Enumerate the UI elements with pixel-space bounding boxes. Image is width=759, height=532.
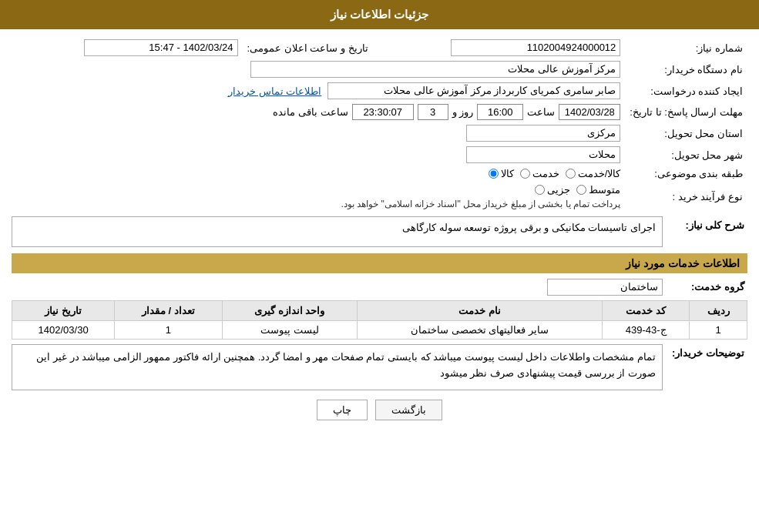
cell-service-code: ج-43-439 bbox=[603, 321, 690, 340]
col-date: تاریخ نیاز bbox=[12, 301, 115, 321]
cell-service-name: سایر فعالیتهای تخصصی ساختمان bbox=[358, 321, 603, 340]
col-unit: واحد اندازه گیری bbox=[222, 301, 358, 321]
category-khidmat-radio[interactable] bbox=[520, 169, 530, 179]
buyer-notes-label: توضیحات خریدار: bbox=[663, 344, 747, 362]
deadline-days-box: 3 bbox=[418, 104, 448, 120]
col-quantity: تعداد / مقدار bbox=[115, 301, 222, 321]
buttons-row: بازگشت چاپ bbox=[12, 400, 747, 420]
category-khidmat[interactable]: خدمت bbox=[520, 168, 559, 179]
col-row-num: ردیف bbox=[690, 301, 747, 321]
purchase-type-juzii-radio[interactable] bbox=[535, 185, 545, 195]
description-value-wrapper: اجرای تاسیسات مکانیکی و برقی پروژه توسعه… bbox=[12, 216, 663, 247]
category-kala-khidmat[interactable]: کالا/خدمت bbox=[566, 168, 621, 179]
purchase-type-label: نوع فرآیند خرید : bbox=[625, 182, 747, 212]
buyer-notes-row: توضیحات خریدار: تمام مشخصات واطلاعات داخ… bbox=[12, 344, 747, 390]
deadline-label: مهلت ارسال پاسخ: تا تاریخ: bbox=[625, 102, 747, 122]
services-table: ردیف کد خدمت نام خدمت واحد اندازه گیری ت… bbox=[12, 300, 747, 340]
deadline-remaining-box: 23:30:07 bbox=[352, 104, 414, 120]
deadline-day-label: روز و bbox=[452, 106, 474, 118]
services-table-body: 1 ج-43-439 سایر فعالیتهای تخصصی ساختمان … bbox=[12, 321, 747, 340]
back-button[interactable]: بازگشت bbox=[375, 400, 442, 420]
description-label: شرح کلی نیاز: bbox=[663, 216, 747, 234]
row-city: شهر محل تحویل: محلات bbox=[12, 144, 747, 166]
row-purchase-type: نوع فرآیند خرید : متوسط جزیی bbox=[12, 182, 747, 212]
category-kala-label: کالا bbox=[501, 168, 514, 179]
category-label: طبقه بندی موضوعی: bbox=[625, 166, 747, 182]
services-table-header-row: ردیف کد خدمت نام خدمت واحد اندازه گیری ت… bbox=[12, 301, 747, 321]
category-radio-group: کالا/خدمت خدمت کالا bbox=[16, 168, 620, 179]
category-options: کالا/خدمت خدمت کالا bbox=[12, 166, 625, 182]
description-box: اجرای تاسیسات مکانیکی و برقی پروژه توسعه… bbox=[12, 216, 663, 247]
deadline-time-box: 16:00 bbox=[477, 104, 523, 120]
row-province: استان محل تحویل: مرکزی bbox=[12, 122, 747, 144]
cell-row-num: 1 bbox=[690, 321, 747, 340]
page-header: جزئیات اطلاعات نیاز bbox=[0, 0, 759, 29]
services-section-title: اطلاعات خدمات مورد نیاز bbox=[12, 253, 747, 273]
purchase-type-mutawasit-radio[interactable] bbox=[576, 185, 586, 195]
purchase-type-juzii-label: جزیی bbox=[547, 184, 570, 196]
content-area: شماره نیاز: 1102004924000012 تاریخ و ساع… bbox=[0, 29, 759, 434]
buyer-notes-text: تمام مشخصات واطلاعات داخل لیست پیوست میب… bbox=[36, 351, 656, 379]
description-row: شرح کلی نیاز: اجرای تاسیسات مکانیکی و بر… bbox=[12, 216, 747, 247]
deadline-date-box: 1402/03/28 bbox=[559, 104, 620, 120]
purchase-type-radio-group: متوسط جزیی bbox=[535, 184, 620, 196]
city-label: شهر محل تحویل: bbox=[625, 144, 747, 166]
row-need-number: شماره نیاز: 1102004924000012 تاریخ و ساع… bbox=[12, 37, 747, 59]
creator-value: صابر سامری کمریای کاربرداز مرکز آموزش عا… bbox=[12, 80, 625, 102]
announce-date-box: 1402/03/24 - 15:47 bbox=[84, 39, 238, 56]
page-wrapper: جزئیات اطلاعات نیاز شماره نیاز: 11020049… bbox=[0, 0, 759, 532]
row-deadline: مهلت ارسال پاسخ: تا تاریخ: 1402/03/28 سا… bbox=[12, 102, 747, 122]
city-value: محلات bbox=[12, 144, 625, 166]
cell-unit: لیست پیوست bbox=[222, 321, 358, 340]
buyer-org-label: نام دستگاه خریدار: bbox=[625, 59, 747, 80]
service-group-row: گروه خدمت: ساختمان bbox=[12, 278, 747, 296]
city-box: محلات bbox=[466, 146, 620, 163]
table-row: 1 ج-43-439 سایر فعالیتهای تخصصی ساختمان … bbox=[12, 321, 747, 340]
creator-link[interactable]: اطلاعات تماس خریدار bbox=[228, 85, 321, 97]
purchase-type-note: پرداخت تمام یا بخشی از مبلغ خریداز محل "… bbox=[341, 199, 620, 209]
row-category: طبقه بندی موضوعی: کالا/خدمت خدمت کالا bbox=[12, 166, 747, 182]
print-button[interactable]: چاپ bbox=[317, 400, 368, 420]
row-buyer-org: نام دستگاه خریدار: مرکز آموزش عالی محلات bbox=[12, 59, 747, 80]
header-title: جزئیات اطلاعات نیاز bbox=[331, 8, 428, 21]
deadline-remaining-label: ساعت باقی مانده bbox=[273, 106, 348, 118]
province-label: استان محل تحویل: bbox=[625, 122, 747, 144]
services-table-head: ردیف کد خدمت نام خدمت واحد اندازه گیری ت… bbox=[12, 301, 747, 321]
purchase-type-options: متوسط جزیی پرداخت تمام یا بخشی از مبلغ خ… bbox=[12, 182, 625, 212]
creator-box: صابر سامری کمریای کاربرداز مرکز آموزش عا… bbox=[327, 82, 620, 99]
service-group-label: گروه خدمت: bbox=[663, 278, 747, 296]
service-group-value-wrapper: ساختمان bbox=[547, 279, 663, 296]
service-group-box: ساختمان bbox=[547, 279, 663, 296]
category-kala-radio[interactable] bbox=[489, 169, 499, 179]
announce-date-label: تاریخ و ساعت اعلان عمومی: bbox=[243, 37, 373, 59]
category-kala-khidmat-label: کالا/خدمت bbox=[578, 168, 621, 179]
cell-date: 1402/03/30 bbox=[12, 321, 115, 340]
buyer-org-value: مرکز آموزش عالی محلات bbox=[12, 59, 625, 80]
need-number-label: شماره نیاز: bbox=[625, 37, 747, 59]
province-value: مرکزی bbox=[12, 122, 625, 144]
purchase-type-mutawasit[interactable]: متوسط bbox=[576, 184, 620, 196]
deadline-time-label: ساعت bbox=[527, 106, 555, 118]
main-info-table: شماره نیاز: 1102004924000012 تاریخ و ساع… bbox=[12, 37, 747, 212]
buyer-org-box: مرکز آموزش عالی محلات bbox=[250, 61, 620, 78]
col-service-name: نام خدمت bbox=[358, 301, 603, 321]
announce-date-value: 1402/03/24 - 15:47 bbox=[12, 37, 243, 59]
buyer-notes-value-wrapper: تمام مشخصات واطلاعات داخل لیست پیوست میب… bbox=[12, 344, 663, 390]
province-box: مرکزی bbox=[466, 125, 620, 142]
row-creator: ایجاد کننده درخواست: صابر سامری کمریای ک… bbox=[12, 80, 747, 102]
description-text: اجرای تاسیسات مکانیکی و برقی پروژه توسعه… bbox=[402, 222, 656, 233]
deadline-value: 1402/03/28 ساعت 16:00 روز و 3 23:30:07 bbox=[12, 102, 625, 122]
creator-label: ایجاد کننده درخواست: bbox=[625, 80, 747, 102]
category-khidmat-label: خدمت bbox=[532, 168, 559, 179]
col-service-code: کد خدمت bbox=[603, 301, 690, 321]
purchase-type-mutawasit-label: متوسط bbox=[589, 184, 620, 196]
need-number-value: 1102004924000012 bbox=[373, 37, 626, 59]
buyer-notes-box: تمام مشخصات واطلاعات داخل لیست پیوست میب… bbox=[12, 344, 663, 390]
category-kala-khidmat-radio[interactable] bbox=[566, 169, 576, 179]
purchase-type-juzii[interactable]: جزیی bbox=[535, 184, 570, 196]
category-kala[interactable]: کالا bbox=[489, 168, 514, 179]
cell-quantity: 1 bbox=[115, 321, 222, 340]
need-number-box: 1102004924000012 bbox=[451, 39, 620, 56]
